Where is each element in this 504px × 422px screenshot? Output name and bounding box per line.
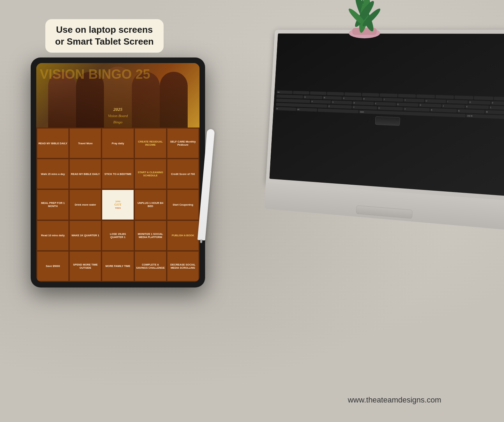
cell-1-3: Pray daily [102, 128, 134, 158]
cell-2-1: Walk 15 mins a day [37, 159, 69, 189]
cell-1-5: SELF CARE Monthly Pedicure [167, 128, 199, 158]
cell-5-3: MORE FAMILY TIME [102, 251, 134, 281]
laptop-screen-lid: esc Q W E [266, 30, 504, 201]
cell-3-4: UNPLUG 1 HOUR B4 BED [135, 190, 166, 220]
cell-3-5: Start Couponing [167, 190, 199, 220]
cell-3-3-free: youGOT THIS [102, 190, 134, 220]
label-line1: Use on laptop screens [56, 24, 153, 35]
cell-2-3: STICK TO A BEDTIME [102, 159, 134, 189]
cell-2-4: START A CLEANING SCHEDULE [135, 159, 166, 189]
tablet-screen: VISION BINGO 25 2025 Vision BoardBingo R… [36, 63, 200, 282]
bingo-grid: READ MY BIBLE DAILY Travel More Pray dai… [36, 128, 200, 282]
vb-header-text: 2025 Vision BoardBingo [108, 107, 128, 125]
cell-5-5: DECREASE SOCIAL MEDIA SCROLLING [167, 251, 199, 281]
cell-3-2: Drink more water [69, 190, 101, 220]
vb-year: 2025 [108, 107, 128, 112]
cell-4-2: MAKE 1K QUARTER 1 [69, 221, 101, 251]
website-url: www.theateamdesigns.com [348, 396, 441, 405]
vb-header-overlay: 2025 Vision BoardBingo [36, 63, 200, 128]
vb-title: Vision BoardBingo [108, 114, 128, 124]
cell-1-1: READ MY BIBLE DAILY [37, 128, 69, 158]
laptop-display: esc Q W E [269, 33, 504, 197]
usage-label: Use on laptop screens or Smart Tablet Sc… [45, 19, 164, 53]
cell-4-4: MONITIZE 1 SOCIAL MEDIA PLATFORM [135, 221, 166, 251]
cell-1-2: Travel More [69, 128, 101, 158]
cell-5-4: COMPLETE A SAVINGS CHALLENGE [135, 251, 166, 281]
plant-decoration [344, 0, 385, 38]
cell-2-5: Credit Score of 700 [167, 159, 199, 189]
label-line2: or Smart Tablet Screen [55, 36, 154, 47]
cell-3-1: MEAL PREP FOR 1 MONTH [37, 190, 69, 220]
cell-5-1: Save $5000 [37, 251, 69, 281]
laptop-keyboard: esc Q W E [263, 30, 504, 261]
cell-5-2: SPEND MORE TIME OUTSIDE [69, 251, 101, 281]
tablet-device: VISION BINGO 25 2025 Vision BoardBingo R… [31, 57, 205, 287]
cell-4-5: PUBLISH A BOOK [167, 221, 199, 251]
cell-4-3: LOSE 15LBS QUARTER 1 [102, 221, 134, 251]
vb-header-image: VISION BINGO 25 2025 Vision BoardBingo [36, 63, 200, 128]
cell-4-1: Read 10 mins daily [37, 221, 69, 251]
svg-marker-7 [362, 0, 364, 3]
cell-1-4: CREATE RESIDUAL INCOME [135, 128, 166, 158]
cell-2-2: READ MY BIBLE DAILY [69, 159, 101, 189]
laptop-trackpad [356, 205, 413, 219]
